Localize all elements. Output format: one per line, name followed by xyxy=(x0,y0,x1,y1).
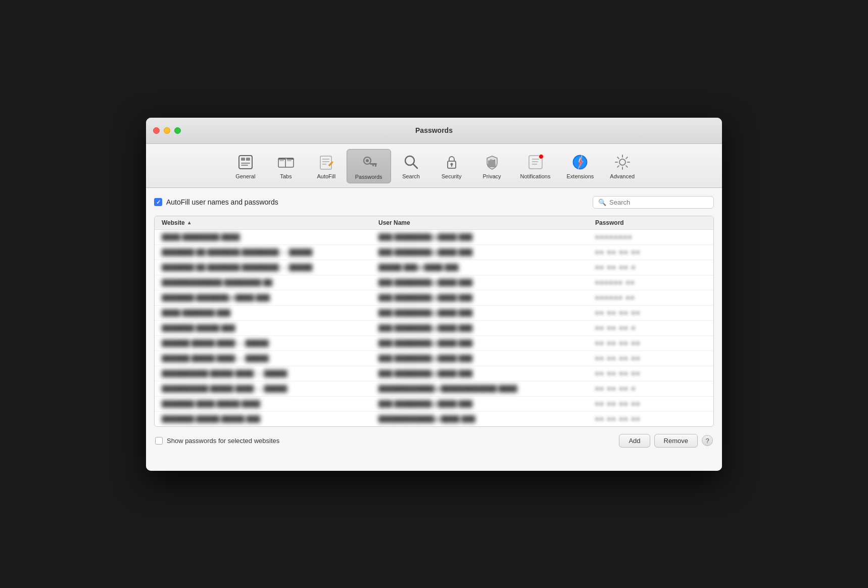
table-row[interactable]: ██████ █████ ████ — █████ ███ ████████@█… xyxy=(155,336,713,351)
maximize-button[interactable] xyxy=(174,127,181,134)
extensions-icon xyxy=(570,152,590,172)
table-row[interactable]: ███████ █████ █████ ███ ████████████@███… xyxy=(155,412,713,426)
cell-password: ●● ●● ●● ●● xyxy=(595,309,706,316)
svg-rect-10 xyxy=(287,160,292,161)
table-row[interactable]: ███████ ██ ███████ ████████ — █████ ████… xyxy=(155,260,713,275)
passwords-icon xyxy=(359,153,379,173)
cell-password: ●● ●● ●● ●● xyxy=(595,355,706,362)
column-password[interactable]: Password xyxy=(595,219,706,226)
svg-line-44 xyxy=(626,166,628,167)
privacy-icon xyxy=(482,152,502,172)
column-website[interactable]: Website ▲ xyxy=(162,219,378,226)
table-row[interactable]: ███████ ███████@████ ███ ███ ████████@██… xyxy=(155,290,713,306)
titlebar: Passwords xyxy=(146,118,722,144)
general-icon xyxy=(235,152,256,172)
tabs-icon xyxy=(276,152,296,172)
tab-privacy-label: Privacy xyxy=(483,173,501,179)
tab-autofill[interactable]: AutoFill xyxy=(306,149,347,183)
cell-website: ██████ █████ ████ — █████ xyxy=(162,355,378,362)
table-row[interactable]: ███████ █████ ███ ███ ████████@████ ███ … xyxy=(155,321,713,336)
tab-extensions-label: Extensions xyxy=(566,173,594,179)
cell-password: ●● ●● ●● ● xyxy=(595,324,706,331)
svg-rect-11 xyxy=(320,156,331,169)
cell-username: ███ ████████@████ ███ xyxy=(378,400,595,408)
svg-rect-9 xyxy=(279,160,284,161)
tab-security[interactable]: Security xyxy=(431,149,472,183)
close-button[interactable] xyxy=(153,127,160,134)
table-row[interactable]: ██████ █████ ████ — █████ ███ ████████@█… xyxy=(155,351,713,366)
cell-website: ███████ ██ ███████ ████████ — █████ xyxy=(162,264,378,271)
cell-website: ████ ████████ ████ xyxy=(162,233,378,241)
cell-password: ●● ●● ●● ●● xyxy=(595,400,706,407)
tab-search-label: Search xyxy=(402,173,420,179)
notifications-icon xyxy=(525,152,546,172)
table-row[interactable]: ██████████ █████ ████ — █████ ██████████… xyxy=(155,381,713,397)
advanced-icon xyxy=(612,152,633,172)
svg-point-23 xyxy=(450,163,453,165)
cell-username: ████████████@████ ███ xyxy=(378,415,595,423)
autofill-checkbox-label[interactable]: AutoFill user names and passwords xyxy=(154,198,278,206)
tab-notifications[interactable]: Notifications xyxy=(512,149,559,183)
security-icon xyxy=(442,152,462,172)
help-button[interactable]: ? xyxy=(702,435,713,446)
svg-rect-4 xyxy=(241,165,248,166)
cell-username: ███ ████████@████ ███ xyxy=(378,339,595,347)
cell-password: ●● ●● ●● ●● xyxy=(595,370,706,377)
table-row[interactable]: ████ ███████ ███ ███ ████████@████ ███ ●… xyxy=(155,306,713,321)
cell-username: ████████████@████████████ ████ xyxy=(378,385,595,393)
search-input[interactable] xyxy=(609,199,708,206)
preferences-window: Passwords General xyxy=(146,118,722,471)
remove-button[interactable]: Remove xyxy=(654,434,698,448)
cell-password: ●● ●● ●● ●● xyxy=(595,415,706,422)
svg-line-46 xyxy=(617,166,619,167)
autofill-checkbox[interactable] xyxy=(154,198,162,206)
minimize-button[interactable] xyxy=(164,127,170,134)
bottom-buttons: Add Remove ? xyxy=(619,434,713,448)
svg-rect-16 xyxy=(370,163,377,165)
cell-password: ●●●●●●●● xyxy=(595,233,706,240)
content-area: AutoFill user names and passwords 🔍 Webs… xyxy=(146,188,722,471)
toolbar: General Tabs xyxy=(146,144,722,188)
tab-security-label: Security xyxy=(442,173,462,179)
window-title: Passwords xyxy=(415,126,453,134)
tab-search[interactable]: Search xyxy=(391,149,431,183)
show-passwords-label[interactable]: Show passwords for selected websites xyxy=(155,437,279,445)
table-row[interactable]: ██████████ █████ ████ — █████ ███ ██████… xyxy=(155,366,713,381)
svg-rect-18 xyxy=(372,165,374,166)
table-row[interactable]: ███████ ██ ███████ ████████ — █████ ███ … xyxy=(155,245,713,260)
search-box[interactable]: 🔍 xyxy=(593,196,714,209)
table-row[interactable]: ███████ ████ █████ ████ ███ ████████@███… xyxy=(155,397,713,412)
search-magnifier-icon: 🔍 xyxy=(598,199,606,206)
tab-privacy[interactable]: Privacy xyxy=(472,149,512,183)
tab-advanced-label: Advanced xyxy=(610,173,635,179)
add-button[interactable]: Add xyxy=(619,434,650,448)
svg-rect-29 xyxy=(488,164,496,167)
cell-website: █████████████ ████████ ██ xyxy=(162,279,378,286)
tab-passwords[interactable]: Passwords xyxy=(347,149,391,183)
svg-rect-3 xyxy=(241,163,250,164)
show-passwords-text: Show passwords for selected websites xyxy=(167,437,279,445)
tab-general-label: General xyxy=(235,173,255,179)
notification-badge xyxy=(539,154,544,159)
bottom-bar: Show passwords for selected websites Add… xyxy=(154,434,714,448)
table-row[interactable]: ████ ████████ ████ ███ ████████@████ ███… xyxy=(155,230,713,245)
tab-general[interactable]: General xyxy=(225,149,266,183)
cell-website: ███████ ████ █████ ████ xyxy=(162,400,378,408)
tab-extensions[interactable]: Extensions xyxy=(558,149,602,183)
cell-username: ███ ████████@████ ███ xyxy=(378,324,595,332)
column-username[interactable]: User Name xyxy=(378,219,595,226)
tab-autofill-label: AutoFill xyxy=(317,173,335,179)
show-passwords-checkbox[interactable] xyxy=(155,437,163,445)
table-row[interactable]: █████████████ ████████ ██ ███ ████████@█… xyxy=(155,275,713,290)
tab-tabs[interactable]: Tabs xyxy=(266,149,306,183)
svg-rect-2 xyxy=(246,158,250,161)
tab-advanced[interactable]: Advanced xyxy=(602,149,643,183)
cell-website: ██████████ █████ ████ — █████ xyxy=(162,370,378,377)
cell-username: ███ ████████@████ ███ xyxy=(378,370,595,377)
cell-password: ●● ●● ●● ●● xyxy=(595,339,706,347)
svg-rect-1 xyxy=(241,158,245,161)
cell-username: ███ ████████@████ ███ xyxy=(378,294,595,302)
cell-password: ●●●●●● ●● xyxy=(595,279,706,286)
top-bar: AutoFill user names and passwords 🔍 xyxy=(154,196,714,209)
cell-website: ███████ █████ █████ ███ xyxy=(162,415,378,423)
